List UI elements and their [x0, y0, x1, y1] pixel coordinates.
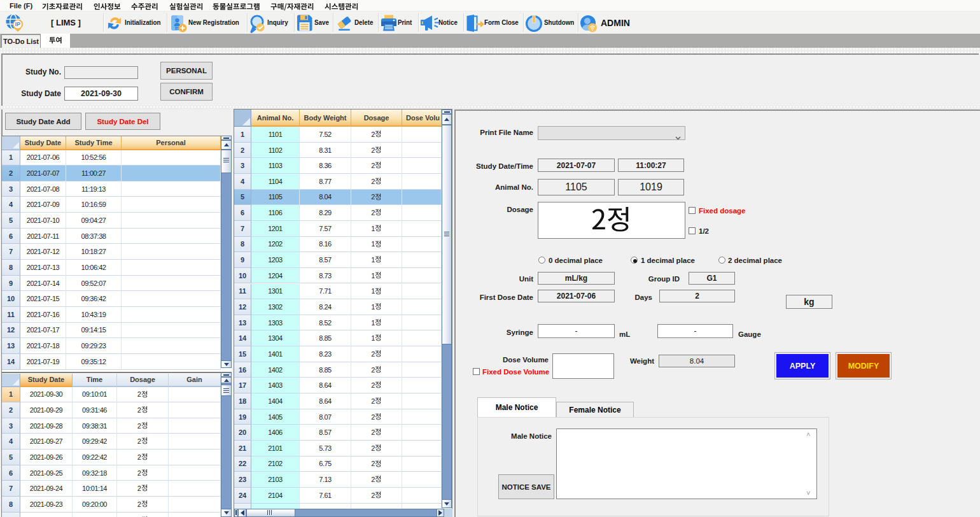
svg-text:IP: IP [15, 21, 20, 27]
